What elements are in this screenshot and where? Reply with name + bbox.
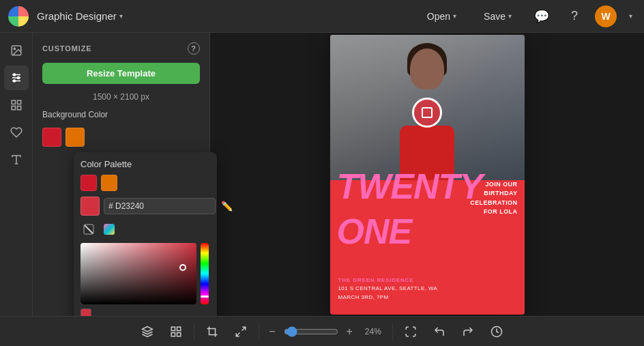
svg-rect-10 [12, 106, 15, 110]
sidebar-btn-grid[interactable] [4, 93, 29, 117]
history-button[interactable] [486, 321, 508, 343]
app-name-menu[interactable]: Graphic Designer ▾ [37, 10, 123, 22]
svg-rect-20 [177, 332, 181, 336]
fit-page-button[interactable] [400, 321, 422, 343]
canvas-card[interactable]: TWENTY ONE JOIN OUR BIRTHDAY CELEBRATION… [330, 35, 525, 315]
card-title-one: ONE [337, 214, 412, 249]
color-swatch-1[interactable] [42, 128, 61, 147]
gradient-button[interactable] [101, 221, 117, 237]
toolbar-divider-2 [259, 323, 259, 340]
undo-button[interactable] [428, 321, 450, 343]
dimensions-label: 1500 × 2100 px [42, 92, 200, 102]
svg-point-5 [13, 74, 15, 76]
card-title-twenty: TWENTY [337, 169, 483, 204]
svg-line-14 [85, 225, 93, 233]
grid-view-button[interactable] [165, 321, 187, 343]
color-input-row: ✏️ [80, 197, 210, 216]
customize-panel: Customize ? Resize Template 1500 × 2100 … [33, 33, 210, 316]
svg-point-1 [14, 48, 15, 49]
gradient-cursor [179, 264, 186, 271]
hue-bar-cursor [201, 295, 209, 298]
svg-rect-8 [12, 100, 15, 104]
gradient-picker[interactable] [80, 243, 196, 304]
app-name-chevron: ▾ [119, 12, 123, 20]
color-swatch-2[interactable] [65, 128, 85, 147]
palette-swatch-orange[interactable] [101, 175, 117, 191]
picker-main-row [80, 243, 210, 304]
svg-rect-17 [171, 327, 175, 330]
svg-rect-11 [17, 106, 20, 110]
help-icon[interactable]: ? [188, 42, 200, 55]
palette-title: Color Palette [80, 159, 210, 169]
crop-button[interactable] [201, 321, 223, 343]
sidebar-btn-customize[interactable] [4, 66, 29, 90]
card-right-text: JOIN OUR BIRTHDAY CELEBRATION FOR LOLA [470, 180, 517, 217]
color-edit-button[interactable]: ✏️ [220, 199, 234, 213]
color-palette-popup: Color Palette ✏️ [74, 152, 217, 316]
canvas-area: TWENTY ONE JOIN OUR BIRTHDAY CELEBRATION… [210, 33, 644, 316]
svg-rect-18 [177, 327, 181, 330]
sidebar-btn-heart[interactable] [4, 120, 29, 145]
topbar: Graphic Designer ▾ Open ▾ Save ▾ 💬 ? W ▾ [0, 0, 644, 33]
zoom-percentage: 24% [361, 327, 385, 336]
palette-swatch-red[interactable] [80, 175, 97, 191]
picker-current-color [80, 308, 91, 316]
bg-color-label: Background Color [42, 110, 200, 119]
svg-rect-19 [171, 332, 175, 336]
sidebar-btn-image[interactable] [4, 38, 29, 63]
palette-swatches-row [80, 175, 210, 191]
zoom-slider-container: − + 24% [266, 326, 385, 338]
bottom-toolbar: − + 24% [0, 316, 644, 346]
svg-line-23 [236, 332, 239, 336]
color-swatches-row [42, 128, 200, 147]
svg-point-6 [17, 77, 19, 79]
card-footer-venue: THE GREEN RESIDENCE [338, 277, 516, 283]
layers-button[interactable] [136, 321, 158, 343]
hue-bar[interactable] [201, 243, 209, 304]
customize-header: Customize ? [42, 42, 200, 55]
redo-button[interactable] [457, 321, 479, 343]
open-button[interactable]: Open ▾ [418, 7, 466, 26]
avatar[interactable]: W [595, 5, 617, 27]
color-preview-box[interactable] [80, 197, 100, 216]
svg-line-22 [242, 327, 246, 330]
toolbar-divider-1 [194, 323, 194, 340]
account-chevron[interactable]: ▾ [625, 4, 636, 29]
svg-marker-16 [143, 326, 153, 332]
resize-template-button[interactable]: Resize Template [42, 63, 200, 84]
color-picker-area [80, 243, 210, 316]
play-button-overlay[interactable] [412, 98, 442, 128]
svg-point-7 [13, 80, 15, 82]
save-button[interactable]: Save ▾ [474, 7, 521, 26]
no-color-button[interactable] [80, 221, 97, 237]
toolbar-divider-3 [392, 323, 393, 340]
person-head [410, 48, 444, 89]
zoom-slider[interactable] [284, 326, 338, 337]
main-area: Customize ? Resize Template 1500 × 2100 … [0, 33, 644, 316]
expand-button[interactable] [230, 321, 252, 343]
svg-rect-21 [209, 328, 216, 334]
app-name-label: Graphic Designer [37, 10, 117, 22]
icon-sidebar [0, 33, 33, 316]
sidebar-btn-text[interactable] [4, 147, 29, 172]
card-footer-address: 101 S CENTRAL AVE, SEATTLE, WA MARCH 3RD… [338, 285, 516, 302]
help-icon-button[interactable]: ? [562, 4, 587, 29]
play-button-inner [422, 107, 433, 118]
card-footer: THE GREEN RESIDENCE 101 S CENTRAL AVE, S… [338, 277, 516, 302]
chat-icon-button[interactable]: 💬 [529, 4, 554, 29]
svg-rect-9 [17, 100, 20, 104]
picker-bottom-row [80, 308, 210, 316]
color-hex-input[interactable] [104, 198, 216, 214]
zoom-minus-button[interactable]: − [266, 326, 278, 338]
color-icons-row [80, 221, 210, 237]
zoom-plus-button[interactable]: + [344, 326, 355, 338]
app-logo[interactable] [8, 6, 29, 27]
